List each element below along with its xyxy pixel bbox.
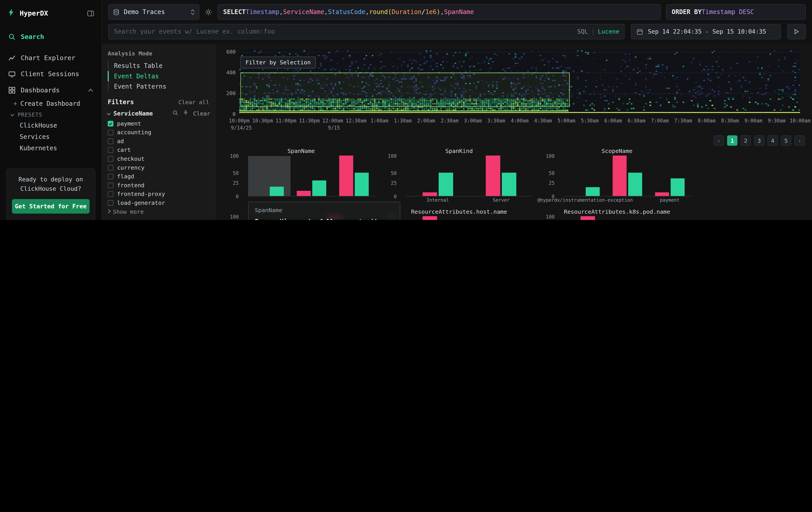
- mode-sql[interactable]: SQL: [577, 28, 588, 35]
- chart-plot[interactable]: [248, 156, 375, 196]
- checkbox[interactable]: [108, 138, 113, 144]
- chart-plot[interactable]: [564, 217, 691, 220]
- create-dashboard-button[interactable]: +Create Dashboard: [0, 98, 102, 109]
- search-box: SQL | Lucene: [108, 24, 625, 39]
- search-input[interactable]: [108, 24, 625, 39]
- heatmap-x-tick-label: 7:30am: [674, 118, 692, 124]
- plus-icon: +: [13, 100, 17, 108]
- filter-option-frontend[interactable]: frontend: [107, 181, 210, 190]
- filter-option-cart[interactable]: cart: [107, 145, 210, 155]
- chart-title: ResourceAttributes.k8s.pod.name: [538, 208, 696, 216]
- filter-option-payment[interactable]: payment: [107, 119, 210, 128]
- filter-by-selection-button[interactable]: Filter by Selection: [240, 57, 316, 69]
- bar-inlier[interactable]: [502, 173, 516, 196]
- dashboards-section: +Create DashboardPRESETSClickHouseServic…: [0, 98, 102, 154]
- checkbox[interactable]: [108, 183, 113, 188]
- bar-outlier[interactable]: [486, 156, 500, 196]
- pin-icon[interactable]: [183, 110, 188, 117]
- filter-option-ad[interactable]: ad: [107, 137, 210, 146]
- filter-option-accounting[interactable]: accounting: [107, 128, 210, 137]
- chart-plot[interactable]: [406, 217, 533, 220]
- filter-option-label: frontend: [117, 182, 144, 189]
- bar-inlier[interactable]: [312, 181, 326, 196]
- sidebar-item-chart-explorer[interactable]: Chart Explorer: [0, 50, 102, 66]
- page-button-3[interactable]: 3: [754, 135, 764, 146]
- analysis-mode-results-table[interactable]: Results Table: [108, 61, 210, 71]
- bar-inlier[interactable]: [670, 179, 685, 196]
- source-select[interactable]: Demo Traces: [108, 4, 199, 20]
- heatmap-x-tick-label: 4:30am: [534, 118, 552, 124]
- bar-outlier[interactable]: [339, 156, 353, 196]
- date-range-picker[interactable]: Sep 14 22:04:35 - Sep 15 10:04:35: [631, 24, 781, 39]
- bar-inlier[interactable]: [438, 173, 453, 196]
- checkbox[interactable]: [108, 147, 113, 153]
- page-button-4[interactable]: 4: [767, 135, 778, 146]
- sql-token: Duration: [392, 8, 422, 16]
- dashboard-link-kubernetes[interactable]: Kubernetes: [0, 143, 102, 154]
- checkbox[interactable]: [108, 191, 113, 197]
- checkbox[interactable]: [108, 156, 113, 162]
- chart-plot[interactable]: [406, 156, 533, 196]
- analysis-mode-event-patterns[interactable]: Event Patterns: [108, 81, 210, 92]
- chart-body: 10050250: [222, 156, 380, 196]
- sidebar-item-search[interactable]: Search: [0, 28, 102, 45]
- chart-title: ScopeName: [538, 148, 696, 155]
- checkbox[interactable]: [108, 173, 113, 180]
- x-tick-label: Server: [493, 197, 510, 203]
- y-tick-label: 100: [230, 214, 239, 220]
- filter-option-frontend-proxy[interactable]: frontend-proxy: [107, 190, 210, 198]
- checkbox[interactable]: [108, 200, 113, 206]
- checkbox[interactable]: [108, 165, 113, 171]
- run-query-button[interactable]: [787, 24, 806, 39]
- page-next-button[interactable]: ›: [794, 135, 805, 146]
- source-select-value: Demo Traces: [124, 8, 165, 16]
- heatmap-x-tick-label: 11:30pm: [299, 118, 320, 124]
- page-button-1[interactable]: 1: [727, 135, 737, 146]
- bar-outlier[interactable]: [580, 216, 595, 220]
- show-more-button[interactable]: Show more: [107, 208, 210, 215]
- filter-option-currency[interactable]: currency: [107, 163, 210, 172]
- analysis-mode-event-deltas[interactable]: Event Deltas: [108, 71, 210, 81]
- filter-option-load-generator[interactable]: load-generator: [107, 198, 210, 208]
- bar-outlier[interactable]: [613, 156, 627, 196]
- checkbox[interactable]: [108, 121, 113, 127]
- x-tick-label: Internal: [427, 197, 449, 203]
- gear-icon[interactable]: [205, 8, 212, 16]
- bar-outlier[interactable]: [297, 191, 311, 196]
- filter-option-checkout[interactable]: checkout: [107, 155, 210, 163]
- search-icon[interactable]: [172, 110, 178, 117]
- checkbox[interactable]: [108, 130, 113, 135]
- chart-plot[interactable]: [564, 156, 691, 196]
- heatmap-plot[interactable]: Filter by Selection: [239, 49, 800, 115]
- bar-outlier[interactable]: [655, 192, 669, 196]
- chart-x-labels: InternalServer: [406, 197, 533, 204]
- dashboard-link-services[interactable]: Services: [0, 131, 102, 142]
- y-tick-label: 100: [546, 153, 554, 159]
- order-by-input[interactable]: ORDER BY Timestamp DESC: [666, 4, 806, 20]
- sql-token: ,: [279, 8, 283, 16]
- bar-inlier[interactable]: [586, 187, 600, 196]
- page-button-2[interactable]: 2: [741, 135, 751, 146]
- sql-token: /: [422, 8, 425, 16]
- page-button-5[interactable]: 5: [781, 135, 791, 146]
- clear-all-button[interactable]: Clear all: [178, 99, 209, 106]
- bar-inlier[interactable]: [628, 173, 642, 196]
- bar-outlier[interactable]: [423, 192, 437, 196]
- filter-group-clear-button[interactable]: Clear: [193, 110, 210, 117]
- get-started-button[interactable]: Get Started for Free: [12, 199, 90, 214]
- sidebar-item-client-sessions[interactable]: Client Sessions: [0, 66, 102, 82]
- heatmap-selection-rect[interactable]: [240, 73, 570, 107]
- topbar: Demo Traces SELECT Timestamp, ServiceNam…: [102, 0, 812, 21]
- chevron-down-icon[interactable]: [107, 110, 111, 117]
- select-clause-input[interactable]: SELECT Timestamp, ServiceName, StatusCod…: [218, 4, 661, 20]
- mode-lucene[interactable]: Lucene: [598, 28, 619, 35]
- filter-option-flagd[interactable]: flagd: [107, 172, 210, 181]
- sidebar-collapse-icon[interactable]: [87, 9, 94, 17]
- presets-toggle[interactable]: PRESETS: [0, 109, 102, 120]
- bar-inlier[interactable]: [355, 173, 369, 196]
- dashboard-link-clickhouse[interactable]: ClickHouse: [0, 120, 102, 131]
- bar-inlier[interactable]: [270, 187, 284, 196]
- bar-outlier[interactable]: [423, 216, 437, 220]
- page-prev-button[interactable]: ‹: [714, 135, 724, 146]
- sidebar-item-dashboards[interactable]: Dashboards: [0, 82, 102, 98]
